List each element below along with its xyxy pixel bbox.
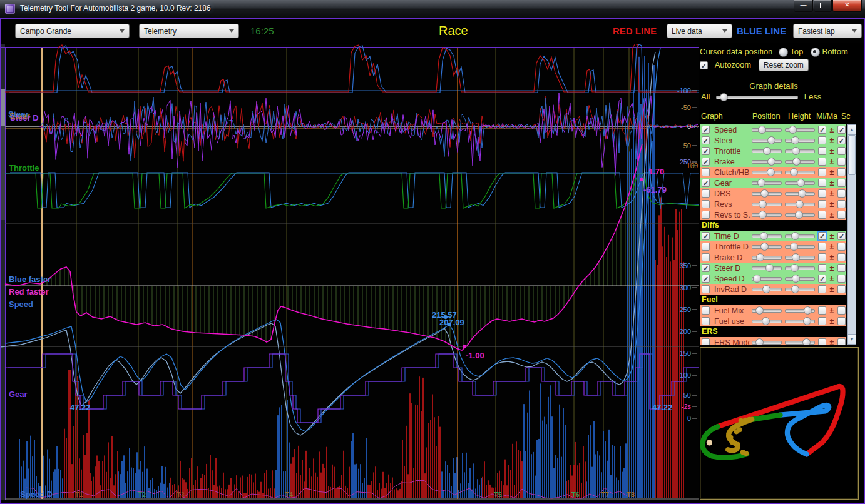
position-slider-throttle[interactable] [752, 147, 782, 155]
enable-checkbox-speed-d[interactable]: ✓ [702, 275, 710, 283]
scale-checkbox-drs[interactable] [837, 189, 846, 198]
red-lap-select[interactable]: Live data [667, 24, 732, 38]
scale-checkbox-gear[interactable] [837, 179, 846, 187]
minmax-checkbox-speed[interactable]: ✓ [818, 126, 826, 134]
minmax-checkbox-revs-to-s-[interactable] [818, 211, 826, 219]
plusminus-label-speed-d[interactable]: ± [828, 275, 836, 283]
scroll-up-icon[interactable]: ▲ [848, 125, 856, 135]
scale-checkbox-throttle-d[interactable] [837, 243, 846, 251]
plusminus-label-revs-to-s-[interactable]: ± [828, 211, 836, 219]
scale-checkbox-brake-d[interactable] [837, 253, 846, 261]
height-slider-invrad-d[interactable] [785, 285, 815, 293]
minmax-checkbox-clutch-hb[interactable] [818, 168, 826, 176]
height-slider-speed[interactable] [785, 126, 815, 134]
position-slider-gear[interactable] [752, 179, 782, 187]
height-slider-clutch-hb[interactable] [785, 168, 815, 176]
height-slider-brake[interactable] [785, 158, 815, 166]
enable-checkbox-fuel-use[interactable] [702, 317, 710, 325]
position-slider-revs[interactable] [752, 200, 782, 208]
height-slider-revs[interactable] [785, 200, 815, 208]
position-slider-steer[interactable] [752, 136, 782, 144]
enable-checkbox-revs[interactable] [702, 200, 710, 208]
close-button[interactable]: ✕ [832, 0, 862, 12]
minmax-checkbox-ers-mode[interactable] [818, 338, 826, 345]
scale-checkbox-revs-to-s-[interactable] [837, 211, 846, 219]
minmax-checkbox-steer[interactable] [818, 136, 826, 144]
radio-bottom[interactable] [811, 48, 820, 57]
enable-checkbox-throttle-d[interactable] [702, 243, 710, 251]
minimize-button[interactable]: — [794, 0, 813, 12]
graph-details-slider[interactable] [716, 93, 798, 101]
plusminus-label-clutch-hb[interactable]: ± [828, 168, 836, 177]
position-slider-throttle-d[interactable] [752, 243, 782, 251]
scrollbar-thumb[interactable] [848, 135, 856, 175]
enable-checkbox-speed[interactable]: ✓ [702, 126, 710, 134]
plusminus-label-drs[interactable]: ± [828, 189, 836, 198]
enable-checkbox-revs-to-s-[interactable] [702, 211, 710, 219]
telemetry-chart[interactable]: -100-5005025010035030025020015010050-2s0… [1, 44, 699, 500]
position-slider-drs[interactable] [752, 189, 782, 198]
enable-checkbox-clutch-hb[interactable] [702, 168, 710, 176]
position-slider-brake-d[interactable] [752, 253, 782, 261]
scale-checkbox-speed[interactable]: ✓ [837, 126, 846, 134]
height-slider-drs[interactable] [785, 189, 815, 198]
height-slider-throttle[interactable] [785, 147, 815, 155]
plusminus-label-fuel-use[interactable]: ± [828, 317, 836, 326]
minmax-checkbox-time-d[interactable]: ✓ [818, 232, 826, 240]
chart-svg[interactable]: -100-5005025010035030025020015010050-2s0… [1, 44, 699, 500]
plusminus-label-steer-d[interactable]: ± [828, 264, 836, 273]
enable-checkbox-time-d[interactable]: ✓ [702, 232, 710, 240]
scale-checkbox-ers-mode[interactable] [837, 338, 846, 345]
position-slider-time-d[interactable] [752, 232, 782, 240]
height-slider-ers-mode[interactable] [785, 338, 815, 345]
position-slider-speed[interactable] [752, 126, 782, 134]
minmax-checkbox-revs[interactable] [818, 200, 826, 208]
scale-checkbox-steer[interactable]: ✓ [837, 136, 846, 144]
reset-zoom-button[interactable]: Reset zoom [759, 59, 809, 71]
position-slider-brake[interactable] [752, 158, 782, 166]
scale-checkbox-steer-d[interactable] [837, 264, 846, 272]
position-slider-speed-d[interactable] [752, 275, 782, 283]
height-slider-time-d[interactable] [785, 232, 815, 240]
minmax-checkbox-steer-d[interactable] [818, 264, 826, 272]
plusminus-label-gear[interactable]: ± [828, 179, 836, 188]
minmax-checkbox-gear[interactable] [818, 179, 826, 187]
enable-checkbox-ers-mode[interactable] [702, 338, 710, 345]
position-slider-invrad-d[interactable] [752, 285, 782, 293]
graph-list-scrollbar[interactable]: ▲ ▼ [847, 124, 856, 345]
position-slider-ers-mode[interactable] [752, 338, 782, 345]
enable-checkbox-brake-d[interactable] [702, 253, 710, 261]
height-slider-speed-d[interactable] [785, 275, 815, 283]
height-slider-fuel-mix[interactable] [785, 306, 815, 315]
minmax-checkbox-brake[interactable] [818, 158, 826, 166]
enable-checkbox-brake[interactable]: ✓ [702, 158, 710, 166]
minmax-checkbox-fuel-mix[interactable] [818, 306, 826, 315]
minmax-checkbox-invrad-d[interactable] [818, 285, 826, 293]
plusminus-label-fuel-mix[interactable]: ± [828, 306, 836, 315]
position-slider-clutch-hb[interactable] [752, 168, 782, 176]
scale-checkbox-fuel-use[interactable] [837, 317, 846, 325]
height-slider-revs-to-s-[interactable] [785, 211, 815, 219]
autozoom-checkbox[interactable]: ✓ [700, 61, 708, 69]
plusminus-label-invrad-d[interactable]: ± [828, 285, 836, 294]
minmax-checkbox-speed-d[interactable]: ✓ [818, 275, 826, 283]
plusminus-label-brake-d[interactable]: ± [828, 253, 836, 262]
plusminus-label-revs[interactable]: ± [828, 200, 836, 209]
enable-checkbox-steer[interactable]: ✓ [702, 136, 710, 144]
position-slider-fuel-mix[interactable] [752, 306, 782, 315]
scale-checkbox-fuel-mix[interactable] [837, 306, 846, 315]
scale-checkbox-throttle[interactable] [837, 147, 846, 155]
height-slider-brake-d[interactable] [785, 253, 815, 261]
height-slider-throttle-d[interactable] [785, 243, 815, 251]
position-slider-fuel-use[interactable] [752, 317, 782, 325]
height-slider-fuel-use[interactable] [785, 317, 815, 325]
plusminus-label-throttle[interactable]: ± [828, 147, 836, 156]
enable-checkbox-invrad-d[interactable] [702, 285, 710, 293]
track-select[interactable]: Campo Grande [15, 24, 130, 38]
minmax-checkbox-throttle-d[interactable] [818, 243, 826, 251]
height-slider-gear[interactable] [785, 179, 815, 187]
enable-checkbox-gear[interactable]: ✓ [702, 179, 710, 187]
blue-lap-select[interactable]: Fastest lap [793, 24, 862, 38]
enable-checkbox-fuel-mix[interactable] [702, 306, 710, 315]
position-slider-revs-to-s-[interactable] [752, 211, 782, 219]
